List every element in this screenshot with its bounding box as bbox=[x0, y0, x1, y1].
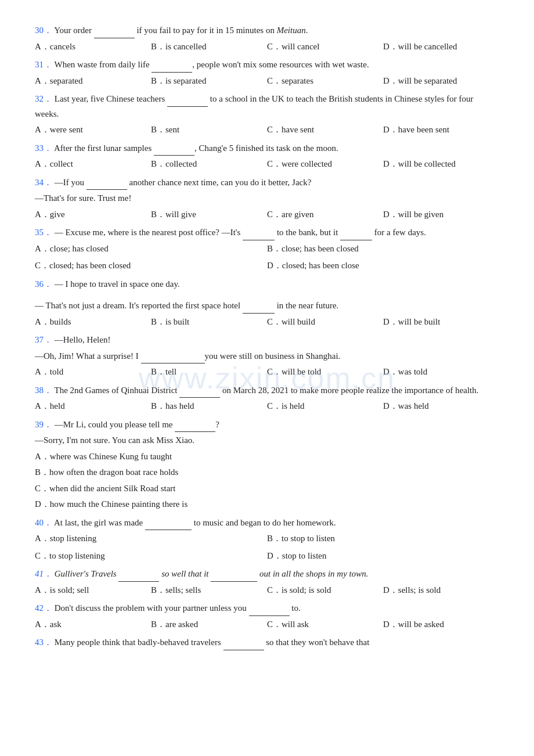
q40-options: A．stop listening B．to stop to listen bbox=[35, 531, 499, 546]
q43-text: Many people think that badly-behaved tra… bbox=[55, 638, 370, 647]
q37-num: 37． bbox=[35, 335, 52, 344]
opt-c: C．is held bbox=[267, 399, 383, 414]
q38-text: The 2nd Games of Qinhuai District on Mar… bbox=[54, 386, 478, 395]
question-35: 35． — Excuse me, where is the nearest po… bbox=[35, 225, 499, 273]
opt-d: D．sells; is sold bbox=[383, 583, 499, 598]
question-43: 43． Many people think that badly-behaved… bbox=[35, 635, 499, 650]
opt-a: A．held bbox=[35, 399, 151, 414]
opt-d: D．have been sent bbox=[383, 123, 499, 138]
q32-text: Last year, five Chinese teachers to a sc… bbox=[35, 94, 474, 118]
opt-c: C．is sold; is sold bbox=[267, 583, 383, 598]
opt-a: A．told bbox=[35, 365, 151, 380]
q42-num: 42． bbox=[35, 603, 52, 613]
opt-a: A．builds bbox=[35, 315, 151, 330]
opt-d: D．closed; has been close bbox=[267, 258, 499, 273]
q34-num: 34． bbox=[35, 178, 52, 187]
opt-a: A．collect bbox=[35, 157, 151, 172]
opt-a: A．close; has closed bbox=[35, 242, 267, 257]
opt-a: A．cancels bbox=[35, 39, 151, 55]
q37-text2: —Oh, Jim! What a surprise! I you were st… bbox=[35, 351, 340, 361]
exam-content: 30． Your order if you fail to pay for it… bbox=[35, 23, 499, 650]
q32-num: 32． bbox=[35, 94, 52, 103]
opt-d: D．will be cancelled bbox=[383, 39, 499, 55]
q36-num: 36． bbox=[35, 279, 52, 289]
q35-options-cd: C．closed; has been closed D．closed; has … bbox=[35, 258, 499, 273]
opt-c: C．were collected bbox=[267, 157, 383, 172]
q41-text: Gulliver's Travels so well that it out i… bbox=[55, 569, 369, 578]
q39-options: A．where was Chinese Kung fu taught B．how… bbox=[35, 449, 499, 512]
q37-text: —Hello, Helen! bbox=[55, 335, 111, 344]
opt-b: B．sent bbox=[151, 123, 267, 138]
opt-c: C．separates bbox=[267, 74, 383, 89]
opt-a: A．where was Chinese Kung fu taught bbox=[35, 449, 499, 465]
q42-text: Don't discuss the problem with your part… bbox=[55, 603, 301, 613]
q31-options: A．separated B．is separated C．separates D… bbox=[35, 74, 499, 89]
opt-b: B．sells; sells bbox=[151, 583, 267, 598]
opt-a: A．stop listening bbox=[35, 531, 267, 546]
opt-b: B．to stop to listen bbox=[267, 531, 499, 546]
opt-d: D．will be built bbox=[383, 315, 499, 330]
opt-b: B．is built bbox=[151, 315, 267, 330]
opt-a: A．give bbox=[35, 207, 151, 222]
opt-d: D．how much the Chinese painting there is bbox=[35, 497, 499, 512]
q38-num: 38． bbox=[35, 386, 52, 395]
opt-d: D．will be given bbox=[383, 207, 499, 222]
q33-text: After the first lunar samples , Chang'e … bbox=[54, 143, 338, 153]
opt-c: C．closed; has been closed bbox=[35, 258, 267, 273]
q40-options-cd: C．to stop listening D．stop to listen bbox=[35, 549, 499, 564]
q41-options: A．is sold; sell B．sells; sells C．is sold… bbox=[35, 583, 499, 598]
opt-b: B．close; has been closed bbox=[267, 242, 499, 257]
q35-text: — Excuse me, where is the nearest post o… bbox=[55, 228, 426, 237]
q35-options: A．close; has closed B．close; has been cl… bbox=[35, 242, 499, 257]
question-36: 36． — I hope to travel in space one day.… bbox=[35, 277, 499, 330]
opt-c: C．have sent bbox=[267, 123, 383, 138]
q36-text: — I hope to travel in space one day. bbox=[55, 279, 180, 289]
q42-options: A．ask B．are asked C．will ask D．will be a… bbox=[35, 617, 499, 632]
q30-num: 30． bbox=[35, 26, 52, 35]
q34-text2: —That's for sure. Trust me! bbox=[35, 193, 131, 203]
q33-options: A．collect B．collected C．were collected D… bbox=[35, 157, 499, 172]
q36-text2: — That's not just a dream. It's reported… bbox=[35, 301, 338, 310]
opt-d: D．will be separated bbox=[383, 74, 499, 89]
opt-c: C．are given bbox=[267, 207, 383, 222]
opt-b: B．are asked bbox=[151, 617, 267, 632]
opt-c: C．will cancel bbox=[267, 39, 383, 55]
q30-text: Your order if you fail to pay for it in … bbox=[54, 26, 308, 35]
q35-num: 35． bbox=[35, 228, 52, 237]
question-34: 34． —If you another chance next time, ca… bbox=[35, 175, 499, 222]
opt-b: B．is cancelled bbox=[151, 39, 267, 55]
question-38: 38． The 2nd Games of Qinhuai District on… bbox=[35, 383, 499, 414]
q38-options: A．held B．has held C．is held D．was held bbox=[35, 399, 499, 414]
question-32: 32． Last year, five Chinese teachers to … bbox=[35, 92, 499, 138]
q39-text2: —Sorry, I'm not sure. You can ask Miss X… bbox=[35, 435, 194, 445]
question-33: 33． After the first lunar samples , Chan… bbox=[35, 141, 499, 172]
question-30: 30． Your order if you fail to pay for it… bbox=[35, 23, 499, 54]
q31-num: 31． bbox=[35, 60, 52, 69]
q33-num: 33． bbox=[35, 143, 52, 153]
opt-c: C．to stop listening bbox=[35, 549, 267, 564]
opt-c: C．will build bbox=[267, 315, 383, 330]
opt-d: D．stop to listen bbox=[267, 549, 499, 564]
question-39: 39． —Mr Li, could you please tell me ? —… bbox=[35, 417, 499, 512]
question-42: 42． Don't discuss the problem with your … bbox=[35, 601, 499, 632]
opt-b: B．will give bbox=[151, 207, 267, 222]
opt-c: C．will ask bbox=[267, 617, 383, 632]
opt-a: A．is sold; sell bbox=[35, 583, 151, 598]
q32-options: A．were sent B．sent C．have sent D．have be… bbox=[35, 123, 499, 138]
q40-text: At last, the girl was made to music and … bbox=[54, 518, 336, 527]
opt-a: A．ask bbox=[35, 617, 151, 632]
question-31: 31． When waste from daily life , people … bbox=[35, 57, 499, 88]
opt-d: D．was held bbox=[383, 399, 499, 414]
opt-d: D．will be asked bbox=[383, 617, 499, 632]
opt-a: A．were sent bbox=[35, 123, 151, 138]
opt-b: B．is separated bbox=[151, 74, 267, 89]
opt-c: C．will be told bbox=[267, 365, 383, 380]
q39-num: 39． bbox=[35, 420, 52, 429]
opt-d: D．was told bbox=[383, 365, 499, 380]
q36-options: A．builds B．is built C．will build D．will … bbox=[35, 315, 499, 330]
opt-c: C．when did the ancient Silk Road start bbox=[35, 481, 499, 496]
opt-d: D．will be collected bbox=[383, 157, 499, 172]
question-41: 41． Gulliver's Travels so well that it o… bbox=[35, 567, 499, 597]
question-37: 37． —Hello, Helen! —Oh, Jim! What a surp… bbox=[35, 333, 499, 380]
q43-num: 43． bbox=[35, 638, 52, 647]
